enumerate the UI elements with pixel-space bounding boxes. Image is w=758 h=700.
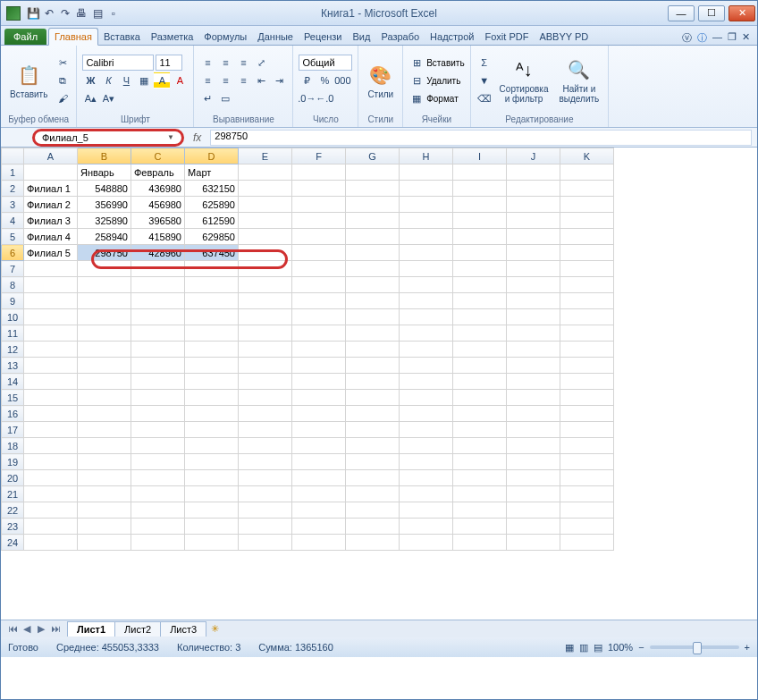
cell-F23[interactable] [292,519,346,535]
cell-F11[interactable] [292,325,346,342]
cell-K21[interactable] [560,486,614,502]
cell-H13[interactable] [400,358,453,374]
cell-A24[interactable] [24,535,78,551]
qat-preview-icon[interactable]: ▤ [90,6,105,21]
cell-K14[interactable] [560,374,614,390]
cell-C18[interactable] [131,438,185,454]
cell-G22[interactable] [346,502,400,519]
sheet-nav-last-icon[interactable]: ⏭ [49,623,62,635]
cell-G5[interactable] [346,229,400,245]
col-header-D[interactable]: D [185,148,239,164]
cell-I14[interactable] [453,374,507,390]
cell-D18[interactable] [185,438,239,454]
cell-G12[interactable] [346,342,400,358]
autosum-icon[interactable]: Σ [476,55,493,71]
row-header-15[interactable]: 15 [2,390,24,406]
cell-E1[interactable] [239,164,292,181]
cell-I17[interactable] [453,422,507,438]
cell-I3[interactable] [453,197,507,213]
cell-B20[interactable] [78,470,131,486]
cell-J19[interactable] [507,454,560,470]
cell-J14[interactable] [507,374,560,390]
qat-save-icon[interactable]: 💾 [26,6,40,21]
cell-B12[interactable] [78,342,131,358]
cell-G1[interactable] [346,164,400,181]
cell-G2[interactable] [346,181,400,197]
cell-C22[interactable] [131,502,185,519]
cell-A10[interactable] [24,309,78,325]
cell-F9[interactable] [292,293,346,309]
zoom-slider[interactable] [650,645,739,649]
clear-icon[interactable]: ⌫ [476,90,493,106]
cell-B3[interactable]: 356990 [78,197,131,213]
cell-F4[interactable] [292,213,346,229]
cell-J16[interactable] [507,406,560,422]
cell-K16[interactable] [560,406,614,422]
cell-A2[interactable]: Филиал 1 [24,181,78,197]
cell-A16[interactable] [24,406,78,422]
cell-E8[interactable] [239,277,292,293]
insert-cells-label[interactable]: Вставить [426,58,464,68]
cell-E23[interactable] [239,519,292,535]
cell-C17[interactable] [131,422,185,438]
cell-G21[interactable] [346,486,400,502]
cell-I13[interactable] [453,358,507,374]
col-header-C[interactable]: C [131,148,185,164]
cell-I22[interactable] [453,502,507,519]
format-painter-icon[interactable]: 🖌 [55,90,71,106]
increase-decimal-icon[interactable]: .0→ [299,90,315,106]
cell-F18[interactable] [292,438,346,454]
cell-H24[interactable] [400,535,453,551]
cell-F8[interactable] [292,277,346,293]
cell-B14[interactable] [78,374,131,390]
cell-E22[interactable] [239,502,292,519]
cell-D16[interactable] [185,406,239,422]
number-format-select[interactable] [299,55,352,71]
cell-J7[interactable] [507,261,560,277]
cell-D24[interactable] [185,535,239,551]
cell-B23[interactable] [78,519,131,535]
cell-H23[interactable] [400,519,453,535]
cell-A14[interactable] [24,374,78,390]
cell-E9[interactable] [239,293,292,309]
cell-F21[interactable] [292,486,346,502]
cell-J11[interactable] [507,325,560,342]
border-button[interactable]: ▦ [136,72,152,89]
name-box-dropdown-icon[interactable]: ▼ [167,133,174,141]
cell-K4[interactable] [560,213,614,229]
cell-C23[interactable] [131,519,185,535]
cell-I20[interactable] [453,470,507,486]
insert-cells-icon[interactable]: ⊞ [408,55,425,71]
cell-K12[interactable] [560,342,614,358]
cell-E12[interactable] [239,342,292,358]
cell-B21[interactable] [78,486,131,502]
mdi-minimize-icon[interactable]: — [712,31,722,45]
cell-K19[interactable] [560,454,614,470]
view-normal-icon[interactable]: ▦ [565,642,574,654]
cell-H18[interactable] [400,438,453,454]
cell-B11[interactable] [78,325,131,342]
cell-J4[interactable] [507,213,560,229]
cell-K18[interactable] [560,438,614,454]
cell-C19[interactable] [131,454,185,470]
ribbon-tab-9[interactable]: Foxit PDF [480,29,535,45]
sheet-tab-0[interactable]: Лист1 [67,621,115,637]
cell-D3[interactable]: 625890 [185,197,239,213]
cell-C4[interactable]: 396580 [131,213,185,229]
col-header-A[interactable]: A [24,148,78,164]
sheet-nav-first-icon[interactable]: ⏮ [6,623,19,635]
row-header-19[interactable]: 19 [2,454,24,470]
cell-H8[interactable] [400,277,453,293]
row-header-22[interactable]: 22 [2,502,24,519]
cell-G17[interactable] [346,422,400,438]
row-header-9[interactable]: 9 [2,293,24,309]
cell-J17[interactable] [507,422,560,438]
cell-J6[interactable] [507,245,560,261]
cell-J1[interactable] [507,164,560,181]
row-header-18[interactable]: 18 [2,438,24,454]
row-header-5[interactable]: 5 [2,229,24,245]
font-color-button[interactable]: A [172,72,188,89]
row-header-20[interactable]: 20 [2,470,24,486]
cell-B24[interactable] [78,535,131,551]
cell-A13[interactable] [24,358,78,374]
